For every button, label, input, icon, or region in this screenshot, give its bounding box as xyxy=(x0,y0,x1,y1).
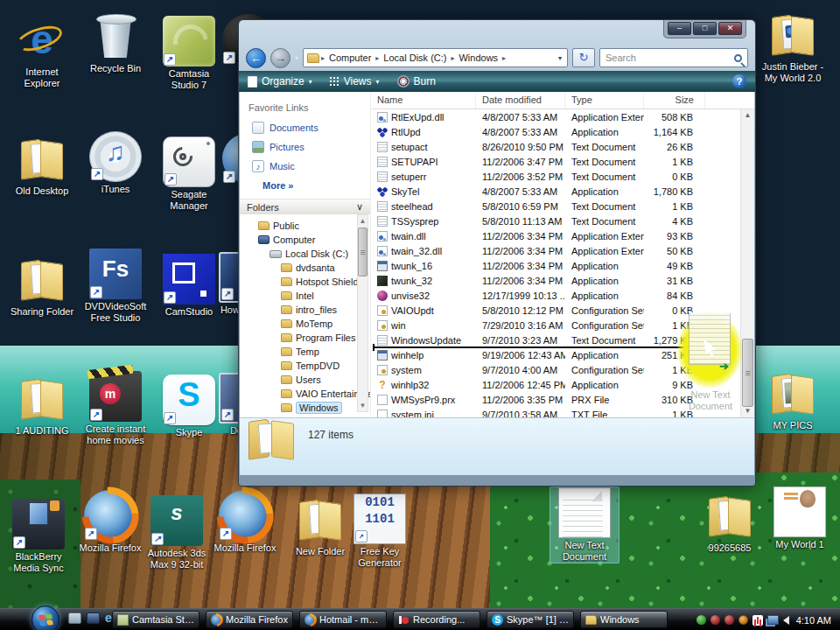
dot-icon xyxy=(206,142,210,145)
tree-item-temp[interactable]: Temp xyxy=(240,345,370,359)
desktop-icon-1-auditing[interactable]: 1 AUDITING xyxy=(7,373,77,437)
table-row[interactable]: RtlUpd4/8/2007 5:33 AMApplication1,164 K… xyxy=(371,124,754,139)
maximize-button[interactable]: □ xyxy=(693,22,717,35)
tree-item-users[interactable]: Users xyxy=(240,373,370,387)
desktop-icon-autodesk-3ds-max-9-32-bit[interactable]: s↗Autodesk 3ds Max 9 32-bit xyxy=(142,495,212,570)
taskbar-clock[interactable]: 4:10 AM xyxy=(794,615,836,626)
tree-item-computer[interactable]: Computer xyxy=(240,233,370,247)
file-name: WMSysPr9.prx xyxy=(391,395,455,405)
scroll-up-icon[interactable]: ▲ xyxy=(358,215,368,227)
tree-item-intel[interactable]: Intel xyxy=(240,289,370,303)
desktop-icon-sharing-folder[interactable]: Sharing Folder xyxy=(7,254,77,318)
desktop-icon-mozilla-firefox[interactable]: ↗Mozilla Firefox xyxy=(75,490,145,554)
desktop-icon-justin-bieber-my-world-2-0[interactable]: Justin Bieber - My World 2.0 xyxy=(758,9,828,84)
desktop-icon-create-instant-home-movies[interactable]: m↗Create instant home movies xyxy=(80,371,150,446)
tree-item-dvdsanta[interactable]: dvdsanta xyxy=(240,261,370,275)
table-row[interactable]: twunk_3211/2/2006 3:34 PMApplication31 K… xyxy=(371,273,754,288)
sidebar-item-pictures[interactable]: Pictures xyxy=(240,137,370,157)
tree-item-tempdvd[interactable]: TempDVD xyxy=(240,359,370,373)
tree-item-local-disk-c[interactable]: Local Disk (C:) xyxy=(240,247,370,261)
taskbar-button-mozilla-firefox[interactable]: Mozilla Firefox xyxy=(206,611,293,628)
tree-scrollbar-thumb[interactable]: ☰ xyxy=(358,228,368,276)
table-row[interactable]: setuperr11/2/2006 3:52 PMText Document0 … xyxy=(371,169,754,184)
taskbar-button-skype-1-spvi[interactable]: SSkype™ [1] - spvi... xyxy=(486,611,574,628)
minimize-button[interactable]: – xyxy=(668,22,691,35)
tree-item-public[interactable]: Public xyxy=(240,219,370,233)
search-input[interactable]: Search xyxy=(599,48,748,67)
scroll-up-icon[interactable]: ▲ xyxy=(741,109,754,122)
close-button[interactable]: ✕ xyxy=(718,22,742,35)
sidebar-item-music[interactable]: ♪Music xyxy=(240,157,370,176)
update-green-icon[interactable] xyxy=(696,615,706,625)
scroll-down-icon[interactable]: ▼ xyxy=(358,400,368,411)
sidebar-item-documents[interactable]: Documents xyxy=(240,118,370,137)
desktop-icon-my-world-1[interactable]: My World 1 xyxy=(765,486,835,550)
desktop-icon-dvdvideosoft-free-studio[interactable]: Fs↗DVDVideoSoft Free Studio xyxy=(80,248,150,324)
column-header-date-modified[interactable]: Date modified xyxy=(476,92,565,108)
table-row[interactable]: setupact8/26/2010 9:50 PMText Document26… xyxy=(371,139,754,154)
window-icon[interactable] xyxy=(68,612,81,624)
taskbar-button-label: Recording... xyxy=(413,614,465,625)
desktop-icon-free-key-generator[interactable]: 01011101↗Free Key Generator xyxy=(345,494,415,569)
shield-red-icon[interactable] xyxy=(724,615,734,625)
shield-red-icon[interactable] xyxy=(710,615,720,625)
desktop-icon-mozilla-firefox[interactable]: ↗Mozilla Firefox xyxy=(210,490,280,554)
table-row[interactable]: TSSysprep5/8/2010 11:13 AMText Document4… xyxy=(371,214,754,228)
volume-icon[interactable] xyxy=(783,616,789,625)
desktop-icon-recycle-bin[interactable]: Recycle Bin xyxy=(80,10,150,74)
taskbar-button-windows[interactable]: Windows xyxy=(580,611,668,628)
file-name: setupact xyxy=(391,142,428,152)
breadcrumb[interactable]: ▸ Computer ▸ Local Disk (C:) ▸ Windows ▸… xyxy=(303,48,568,67)
network-icon[interactable] xyxy=(767,615,779,625)
help-button[interactable]: ? xyxy=(732,74,746,88)
history-dropdown-icon[interactable]: ▾ xyxy=(295,54,298,62)
table-row[interactable]: unvise3212/17/1999 10:13 ...Application8… xyxy=(371,288,754,303)
folders-band[interactable]: Folders ∨ xyxy=(240,199,370,214)
taskbar-button-hotmail-macan[interactable]: Hotmail - macan... xyxy=(299,611,387,628)
table-row[interactable]: twain_32.dll11/2/2006 3:34 PMApplication… xyxy=(371,243,754,258)
breadcrumb-computer[interactable]: Computer xyxy=(326,52,374,63)
tree-scrollbar[interactable]: ▲ ☰ ▼ xyxy=(357,214,368,412)
table-row[interactable]: SETUPAPI11/2/2006 3:47 PMText Document1 … xyxy=(371,154,754,169)
start-button[interactable] xyxy=(32,606,60,630)
table-row[interactable]: steelhead5/8/2010 6:59 PMText Document1 … xyxy=(371,199,754,214)
desktop-icon-itunes[interactable]: ♫↗iTunes xyxy=(80,131,150,195)
file-name-cell: RtlUpd xyxy=(371,127,476,137)
taskbar-button-camtasia-studio[interactable]: Camtasia Studio ... xyxy=(112,611,200,628)
column-header-size[interactable]: Size xyxy=(644,92,705,108)
display-icon[interactable] xyxy=(87,612,100,624)
tree-item-motemp[interactable]: MoTemp xyxy=(240,317,370,331)
column-header-type[interactable]: Type xyxy=(565,92,644,108)
desktop-icon-new-text-document[interactable]: New Text Document xyxy=(550,486,620,564)
desktop-icon-my-pics[interactable]: MY PICS xyxy=(758,368,828,431)
forward-button[interactable]: → xyxy=(270,48,290,68)
table-row[interactable]: twain.dll11/2/2006 3:34 PMApplication Ex… xyxy=(371,228,754,243)
breadcrumb-local-disk[interactable]: Local Disk (C:) xyxy=(381,52,449,63)
tree-item-hotspot-shield[interactable]: Hotspot Shield xyxy=(240,275,370,289)
organize-button[interactable]: Organize ▾ xyxy=(248,75,312,88)
desktop-icon-blackberry-media-sync[interactable]: ↗BlackBerry Media Sync xyxy=(4,499,74,574)
breadcrumb-dropdown-icon[interactable]: ▾ xyxy=(558,54,564,62)
tree-item-intro-files[interactable]: intro_files xyxy=(240,303,370,317)
window-titlebar[interactable]: – □ ✕ xyxy=(239,20,755,45)
back-button[interactable]: ← xyxy=(246,48,266,68)
desktop-icon-99265685[interactable]: 99265685 xyxy=(695,490,765,554)
health-icon[interactable] xyxy=(752,615,763,626)
skype-icon: S↗ xyxy=(163,374,215,425)
views-button[interactable]: Views ▾ xyxy=(330,75,380,88)
app-orange-icon[interactable] xyxy=(738,615,748,625)
table-row[interactable]: SkyTel4/8/2007 5:33 AMApplication1,780 K… xyxy=(371,184,754,199)
table-row[interactable]: RtlExUpd.dll4/8/2007 5:33 AMApplication … xyxy=(371,109,754,124)
taskbar-button-recording[interactable]: Recording... xyxy=(393,611,480,628)
tree-item-vaio-entertainment[interactable]: VAIO Entertainment xyxy=(240,387,370,401)
desktop-icon-old-desktop[interactable]: Old Desktop xyxy=(7,133,77,197)
refresh-button[interactable]: ↻ xyxy=(572,48,595,67)
breadcrumb-windows[interactable]: Windows xyxy=(456,52,500,63)
tree-item-program-files[interactable]: Program Files xyxy=(240,331,370,345)
desktop-icon-internet-explorer[interactable]: eInternet Explorer xyxy=(7,14,77,89)
more-link[interactable]: More » xyxy=(240,176,370,195)
table-row[interactable]: twunk_1611/2/2006 3:34 PMApplication49 K… xyxy=(371,258,754,273)
burn-button[interactable]: Burn xyxy=(397,75,436,88)
file-type-cell: Application xyxy=(565,380,644,390)
column-header-name[interactable]: Name xyxy=(371,92,476,108)
